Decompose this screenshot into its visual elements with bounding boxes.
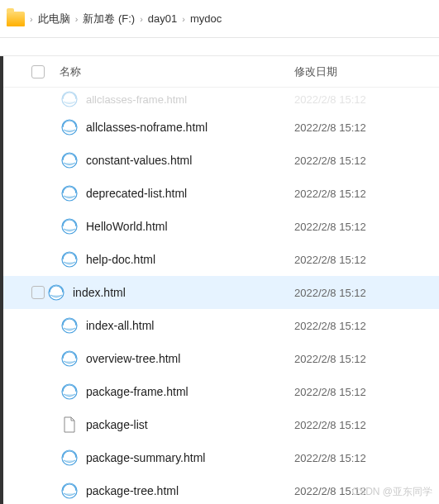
file-date: 2022/2/8 15:12 bbox=[294, 254, 439, 266]
html-file-icon bbox=[61, 119, 78, 136]
svg-point-0 bbox=[62, 92, 77, 107]
svg-point-10 bbox=[62, 450, 77, 465]
toolbar-divider bbox=[0, 38, 439, 56]
file-row[interactable]: constant-values.html 2022/2/8 15:12 bbox=[0, 144, 439, 177]
file-row[interactable]: HelloWorld.html 2022/2/8 15:12 bbox=[0, 210, 439, 243]
row-checkbox[interactable] bbox=[31, 286, 45, 299]
file-row[interactable]: package-frame.html 2022/2/8 15:12 bbox=[0, 375, 439, 408]
generic-file-icon bbox=[61, 416, 78, 433]
file-name: allclasses-frame.html bbox=[86, 93, 294, 106]
file-date: 2022/2/8 15:12 bbox=[294, 93, 439, 106]
file-date: 2022/2/8 15:12 bbox=[294, 188, 439, 200]
file-row[interactable]: deprecated-list.html 2022/2/8 15:12 bbox=[0, 177, 439, 210]
html-file-icon bbox=[61, 185, 78, 202]
select-all-checkbox[interactable] bbox=[31, 65, 45, 78]
svg-point-3 bbox=[62, 186, 77, 201]
file-date: 2022/2/8 15:12 bbox=[294, 155, 439, 167]
html-file-icon bbox=[61, 383, 78, 400]
column-headers: 名称 修改日期 bbox=[0, 56, 439, 88]
svg-point-6 bbox=[49, 285, 64, 300]
file-name: package-tree.html bbox=[86, 484, 294, 497]
file-name: package-frame.html bbox=[86, 385, 294, 398]
file-name: package-summary.html bbox=[86, 451, 294, 464]
file-date: 2022/2/8 15:12 bbox=[294, 386, 439, 398]
file-name: constant-values.html bbox=[86, 154, 294, 167]
chevron-right-icon: › bbox=[74, 14, 80, 24]
html-file-icon bbox=[61, 251, 78, 268]
file-row[interactable]: allclasses-noframe.html 2022/2/8 15:12 bbox=[0, 111, 439, 144]
file-date: 2022/2/8 15:12 bbox=[294, 221, 439, 233]
file-name: index.html bbox=[73, 286, 294, 299]
file-list: allclasses-frame.html 2022/2/8 15:12 all… bbox=[0, 88, 439, 504]
file-row[interactable]: package-summary.html 2022/2/8 15:12 bbox=[0, 441, 439, 474]
chevron-right-icon: › bbox=[180, 14, 187, 24]
svg-point-11 bbox=[62, 483, 77, 498]
svg-point-1 bbox=[62, 120, 77, 135]
html-file-icon bbox=[61, 152, 78, 169]
html-file-icon bbox=[61, 91, 78, 107]
file-date: 2022/2/8 15:12 bbox=[294, 287, 439, 299]
file-row[interactable]: help-doc.html 2022/2/8 15:12 bbox=[0, 243, 439, 276]
breadcrumb: › 此电脑 › 新加卷 (F:) › day01 › mydoc bbox=[0, 0, 439, 38]
html-file-icon bbox=[61, 218, 78, 235]
svg-point-9 bbox=[62, 384, 77, 399]
svg-point-2 bbox=[62, 153, 77, 168]
sidebar-edge bbox=[0, 56, 3, 504]
file-date: 2022/2/8 15:12 bbox=[294, 353, 439, 365]
chevron-right-icon: › bbox=[138, 14, 145, 24]
svg-point-7 bbox=[62, 318, 77, 333]
html-file-icon bbox=[61, 317, 78, 334]
svg-point-4 bbox=[62, 219, 77, 234]
file-name: deprecated-list.html bbox=[86, 187, 294, 200]
file-date: 2022/2/8 15:12 bbox=[294, 485, 439, 497]
file-name: index-all.html bbox=[86, 319, 294, 332]
svg-point-5 bbox=[62, 252, 77, 267]
folder-icon bbox=[7, 12, 25, 26]
file-date: 2022/2/8 15:12 bbox=[294, 419, 439, 431]
file-row[interactable]: overview-tree.html 2022/2/8 15:12 bbox=[0, 342, 439, 375]
file-row[interactable]: index.html 2022/2/8 15:12 bbox=[0, 276, 439, 309]
column-header-name[interactable]: 名称 bbox=[60, 64, 294, 79]
file-row[interactable]: package-tree.html 2022/2/8 15:12 bbox=[0, 474, 439, 504]
file-name: overview-tree.html bbox=[86, 352, 294, 365]
file-name: package-list bbox=[86, 418, 294, 431]
file-name: allclasses-noframe.html bbox=[86, 121, 294, 134]
column-header-date[interactable]: 修改日期 bbox=[294, 64, 439, 79]
svg-point-8 bbox=[62, 351, 77, 366]
file-date: 2022/2/8 15:12 bbox=[294, 452, 439, 464]
breadcrumb-item[interactable]: 此电脑 bbox=[35, 12, 74, 26]
html-file-icon bbox=[61, 449, 78, 466]
breadcrumb-item[interactable]: day01 bbox=[145, 12, 180, 25]
html-file-icon bbox=[61, 350, 78, 367]
file-row[interactable]: index-all.html 2022/2/8 15:12 bbox=[0, 309, 439, 342]
file-name: HelloWorld.html bbox=[86, 220, 294, 233]
html-file-icon bbox=[61, 483, 78, 499]
file-row[interactable]: package-list 2022/2/8 15:12 bbox=[0, 408, 439, 441]
html-file-icon bbox=[48, 284, 64, 301]
chevron-right-icon: › bbox=[28, 14, 35, 24]
breadcrumb-item[interactable]: mydoc bbox=[187, 12, 225, 25]
breadcrumb-item[interactable]: 新加卷 (F:) bbox=[79, 12, 138, 26]
file-row[interactable]: allclasses-frame.html 2022/2/8 15:12 bbox=[0, 88, 439, 111]
file-date: 2022/2/8 15:12 bbox=[294, 121, 439, 134]
file-name: help-doc.html bbox=[86, 253, 294, 266]
file-date: 2022/2/8 15:12 bbox=[294, 320, 439, 332]
